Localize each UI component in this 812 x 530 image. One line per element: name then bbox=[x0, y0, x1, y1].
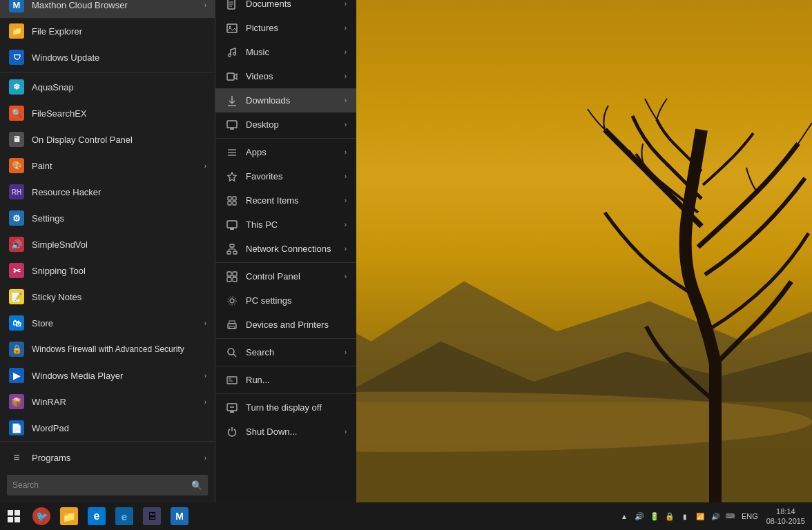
menu-item-devices-printers[interactable]: Devices and Printers bbox=[215, 313, 356, 337]
tray-sound[interactable]: 🔊 bbox=[708, 502, 722, 530]
svg-point-49 bbox=[228, 349, 234, 355]
app-item-windows-update[interactable]: 🛡 Windows Update bbox=[0, 44, 215, 70]
menu-item-apps[interactable]: Apps › bbox=[215, 140, 356, 164]
menu-item-downloads[interactable]: Downloads › bbox=[215, 88, 356, 112]
svg-marker-26 bbox=[228, 173, 236, 181]
paint-icon: 🎨 bbox=[8, 157, 25, 174]
arrow-icon: › bbox=[204, 320, 206, 327]
menu-item-favorites[interactable]: Favorites › bbox=[215, 164, 356, 188]
devices-printers-icon bbox=[225, 318, 239, 332]
app-item-simplsndvol[interactable]: 🔊 SimpleSndVol bbox=[0, 231, 215, 257]
app-item-on-display[interactable]: 🖥 On Display Control Panel bbox=[0, 126, 215, 153]
search-button-icon[interactable]: 🔍 bbox=[191, 480, 202, 491]
arrow-icon: › bbox=[204, 372, 206, 380]
search-icon bbox=[225, 346, 239, 360]
app-item-file-explorer[interactable]: 📁 File Explorer bbox=[0, 18, 215, 44]
svg-rect-51 bbox=[227, 377, 237, 384]
this-pc-icon bbox=[225, 218, 239, 232]
app-item-wordpad[interactable]: 📄 WordPad bbox=[0, 415, 215, 441]
app-item-programs[interactable]: ≡ Programs › bbox=[0, 444, 215, 471]
app-item-wmp[interactable]: ▶ Windows Media Player › bbox=[0, 362, 215, 389]
menu-item-this-pc[interactable]: This PC › bbox=[215, 213, 356, 237]
menu-label-display-off: Turn the display off bbox=[246, 402, 347, 413]
app-name-programs: Programs bbox=[32, 453, 204, 463]
taskbar-icon-ie[interactable]: e bbox=[110, 502, 138, 530]
tray-keyboard[interactable]: ⌨ bbox=[724, 502, 737, 530]
menu-item-pc-settings[interactable]: PC settings bbox=[215, 288, 356, 313]
taskbar-icon-maxthon[interactable]: M bbox=[166, 502, 193, 530]
menu-item-run[interactable]: Run... bbox=[215, 368, 356, 392]
taskbar-icon-file-explorer[interactable]: 📁 bbox=[55, 502, 83, 530]
arrow-icon: › bbox=[345, 72, 347, 80]
menu-label-devices-printers: Devices and Printers bbox=[246, 320, 347, 330]
svg-rect-20 bbox=[227, 121, 237, 128]
taskbar-icon-edge[interactable]: e bbox=[83, 502, 110, 530]
app-item-firewall[interactable]: 🔒 Windows Firewall with Advanced Securit… bbox=[0, 336, 215, 362]
app-name-settings: Settings bbox=[32, 213, 206, 224]
app-item-sticky-notes[interactable]: 📝 Sticky Notes bbox=[0, 284, 215, 310]
taskbar-icon-network[interactable]: 🖥 bbox=[138, 502, 166, 530]
app-name-wmp: Windows Media Player bbox=[32, 371, 204, 381]
arrow-icon: › bbox=[345, 24, 347, 32]
app-name-aquasnap: AquaSnap bbox=[32, 82, 206, 92]
menu-item-documents[interactable]: Documents › bbox=[215, 0, 356, 16]
recent-items-icon bbox=[225, 194, 239, 208]
app-item-snipping-tool[interactable]: ✂ Snipping Tool bbox=[0, 257, 215, 284]
menu-item-search[interactable]: Search › bbox=[215, 340, 356, 364]
app-item-filesearchex[interactable]: 🔍 FileSearchEX bbox=[0, 100, 215, 126]
menu-item-recent-items[interactable]: Recent Items › bbox=[215, 188, 356, 213]
sticky-notes-icon: 📝 bbox=[8, 288, 25, 305]
taskbar-clock[interactable]: 18:14 08-10-2015 bbox=[762, 502, 809, 530]
tray-battery[interactable]: 🔋 bbox=[648, 502, 661, 530]
menu-label-recent-items: Recent Items bbox=[246, 195, 345, 206]
start-menu: M Maxthon Cloud Browser › 📁 File Explore… bbox=[0, 0, 356, 502]
apps-icon bbox=[225, 146, 239, 159]
app-item-maxthon[interactable]: M Maxthon Cloud Browser › bbox=[0, 0, 215, 18]
menu-item-network[interactable]: Network Connections › bbox=[215, 237, 356, 261]
start-button[interactable] bbox=[0, 502, 28, 530]
app-item-winrar[interactable]: 📦 WinRAR › bbox=[0, 389, 215, 415]
taskbar-icon-1[interactable]: 🐦 bbox=[28, 502, 55, 530]
menu-item-music[interactable]: Music › bbox=[215, 40, 356, 64]
app-name-wordpad: WordPad bbox=[32, 423, 206, 433]
taskbar: 🐦 📁 e e 🖥 M ▲ 🔊 🔋 🔒 ▮ 📶 🔊 ⌨ ENG bbox=[0, 502, 812, 530]
menu-item-control-panel[interactable]: Control Panel › bbox=[215, 264, 356, 288]
menu-label-control-panel: Control Panel bbox=[246, 271, 345, 282]
start-search-input[interactable] bbox=[12, 480, 191, 490]
menu-label-this-pc: This PC bbox=[246, 219, 345, 230]
right-separator-3 bbox=[215, 338, 356, 339]
tray-wifi[interactable]: 📶 bbox=[693, 502, 707, 530]
snipping-tool-icon: ✂ bbox=[8, 262, 25, 279]
svg-rect-33 bbox=[230, 244, 234, 247]
app-item-settings[interactable]: ⚙ Settings bbox=[0, 205, 215, 231]
app-item-paint[interactable]: 🎨 Paint › bbox=[0, 153, 215, 179]
menu-item-pictures[interactable]: Pictures › bbox=[215, 16, 356, 40]
tray-language[interactable]: ENG bbox=[739, 512, 761, 520]
menu-label-shutdown: Shut Down... bbox=[246, 426, 345, 437]
svg-rect-30 bbox=[233, 202, 236, 205]
app-item-resource-hacker[interactable]: RH Resource Hacker bbox=[0, 179, 215, 205]
menu-item-desktop[interactable]: Desktop › bbox=[215, 112, 356, 137]
menu-item-videos[interactable]: Videos › bbox=[215, 64, 356, 88]
svg-rect-43 bbox=[233, 277, 237, 282]
start-menu-body: M Maxthon Cloud Browser › 📁 File Explore… bbox=[0, 0, 356, 502]
favorites-icon bbox=[225, 170, 239, 184]
arrow-icon: › bbox=[345, 349, 347, 356]
svg-rect-8 bbox=[228, 0, 235, 9]
arrow-icon: › bbox=[345, 428, 347, 435]
videos-icon bbox=[225, 70, 239, 84]
tray-battery2[interactable]: ▮ bbox=[678, 502, 692, 530]
app-item-store[interactable]: 🛍 Store › bbox=[0, 310, 215, 336]
svg-rect-35 bbox=[233, 251, 237, 254]
tray-volume[interactable]: 🔊 bbox=[632, 502, 646, 530]
right-separator-2 bbox=[215, 262, 356, 263]
tray-chevron[interactable]: ▲ bbox=[617, 502, 631, 530]
aquasnap-icon: ❄ bbox=[8, 79, 25, 95]
menu-item-display-off[interactable]: Turn the display off bbox=[215, 395, 356, 420]
svg-rect-32 bbox=[230, 228, 234, 230]
menu-item-shutdown[interactable]: Shut Down... › bbox=[215, 420, 356, 444]
tray-lock[interactable]: 🔒 bbox=[663, 502, 677, 530]
app-item-aquasnap[interactable]: ❄ AquaSnap bbox=[0, 74, 215, 100]
start-search-bar[interactable]: 🔍 bbox=[7, 475, 208, 495]
winrar-icon: 📦 bbox=[8, 393, 25, 410]
